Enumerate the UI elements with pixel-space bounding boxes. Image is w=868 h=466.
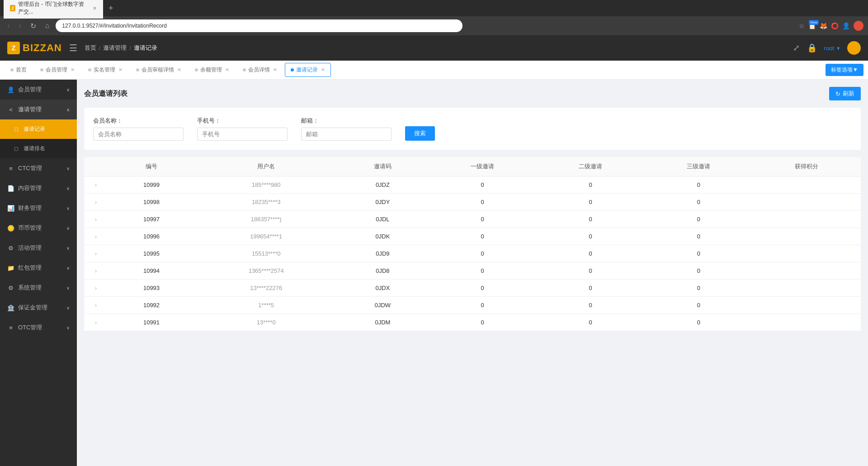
expand-row-btn[interactable]: › (91, 319, 100, 326)
tab-member-detail[interactable]: 会员详情 ✕ (237, 63, 283, 77)
expand-row-btn[interactable]: › (91, 199, 100, 205)
tab-balance[interactable]: 余额管理 ✕ (189, 63, 235, 77)
reload-button[interactable]: ↻ (28, 21, 39, 31)
sidebar-otc-label: OTC管理 (18, 323, 42, 332)
sidebar-item-system[interactable]: ⚙ 系统管理 ∨ (0, 278, 77, 298)
user-info[interactable]: root ▾ (824, 45, 840, 52)
tab-member[interactable]: 会员管理 ✕ (34, 63, 80, 77)
phone-input[interactable] (197, 128, 288, 141)
tab-balance-close[interactable]: ✕ (225, 67, 229, 73)
tab-review-detail[interactable]: 会员审核详情 ✕ (130, 63, 187, 77)
tab-close-btn[interactable]: ✕ (93, 5, 97, 11)
sidebar: 👤 会员管理 ∨ < 邀请管理 ∧ □ 邀请记录 □ 邀请排名 ≡ (0, 80, 77, 466)
table-row: › 10996 199654****1 0JDK 0 0 0 (84, 228, 861, 245)
home-button[interactable]: ⌂ (42, 21, 52, 31)
sidebar-activity-label: 活动管理 (18, 244, 42, 252)
lock-icon[interactable]: 🔒 (807, 43, 817, 53)
tab-invitation-record[interactable]: 邀请记录 ✕ (285, 63, 331, 77)
sidebar-item-otc[interactable]: ≡ OTC管理 ∨ (0, 318, 77, 338)
sidebar-system-label: 系统管理 (18, 284, 42, 292)
extension-icon1[interactable]: 📋 New (808, 22, 816, 29)
browser-user-avatar[interactable] (854, 21, 863, 31)
search-button[interactable]: 搜索 (405, 126, 435, 141)
sidebar-item-finance[interactable]: 📊 财务管理 ∨ (0, 198, 77, 218)
bookmark-icon[interactable]: ☆ (799, 22, 805, 29)
sidebar-deposit-label: 保证金管理 (18, 304, 47, 312)
sidebar-item-content[interactable]: 📄 内容管理 ∨ (0, 178, 77, 198)
back-button[interactable]: ‹ (5, 21, 12, 31)
cell-invite-code: 0JDK (337, 228, 428, 245)
expand-row-btn[interactable]: › (91, 233, 100, 240)
cell-points (753, 211, 861, 228)
sidebar-item-coin[interactable]: 🪙 币币管理 ∨ (0, 218, 77, 238)
sidebar-item-redpack[interactable]: 📁 红包管理 ∨ (0, 258, 77, 278)
sidebar-item-invitation-rank[interactable]: □ 邀请排名 (0, 139, 77, 158)
sidebar-item-ctc[interactable]: ≡ CTC管理 ∨ (0, 158, 77, 178)
cell-level3: 0 (645, 228, 753, 245)
chevron-deposit-icon: ∨ (66, 305, 70, 310)
cell-level1: 0 (428, 194, 536, 211)
tab-dot (40, 68, 43, 71)
sidebar-finance-label: 财务管理 (18, 204, 42, 212)
breadcrumb-invitation[interactable]: 邀请管理 (103, 44, 127, 52)
table-wrapper: 编号 用户名 邀请码 一级邀请 二级邀请 三级邀请 获得积分 › 10999 (84, 157, 861, 331)
sidebar-item-activity[interactable]: ⚙ 活动管理 ∨ (0, 238, 77, 258)
tag-select-button[interactable]: 标签选项▼ (826, 64, 863, 76)
table-row: › 10991 13****0 0JDM 0 0 0 (84, 314, 861, 331)
new-tab-button[interactable]: + (107, 4, 115, 13)
member-name-input[interactable] (93, 128, 184, 141)
record-icon: □ (13, 126, 20, 133)
expand-cell: › (84, 245, 108, 262)
refresh-label: 刷新 (843, 90, 854, 98)
email-input[interactable] (301, 128, 392, 141)
cell-level1: 0 (428, 228, 536, 245)
breadcrumb-home[interactable]: 首页 (85, 44, 96, 52)
expand-row-btn[interactable]: › (91, 216, 100, 223)
extension-icon3[interactable]: ⭕ (831, 22, 839, 29)
tab-invitation-label: 邀请记录 (296, 66, 318, 74)
tab-home[interactable]: 首页 (5, 63, 33, 77)
cell-level2: 0 (537, 297, 645, 314)
user-avatar[interactable] (847, 41, 861, 55)
extension-icon4[interactable]: 👤 (842, 22, 850, 29)
expand-row-btn[interactable]: › (91, 285, 100, 291)
sidebar-item-deposit[interactable]: 🏦 保证金管理 ∨ (0, 298, 77, 318)
cell-username: 18235****3 (195, 194, 337, 211)
member-name-label: 会员名称： (93, 117, 184, 125)
expand-row-btn[interactable]: › (91, 268, 100, 274)
cell-id: 10997 (108, 211, 195, 228)
fullscreen-icon[interactable]: ⤢ (793, 43, 800, 53)
tab-realname-close[interactable]: ✕ (118, 67, 123, 73)
col-points: 获得积分 (753, 157, 861, 176)
username-label: root (824, 45, 834, 52)
address-bar[interactable]: 127.0.0.1:9527/#/Invitation/InvitationRe… (56, 19, 462, 32)
expand-row-btn[interactable]: › (91, 182, 100, 188)
cell-invite-code: 0JD8 (337, 262, 428, 280)
table-row: › 10998 18235****3 0JDY 0 0 0 (84, 194, 861, 211)
tab-member-detail-close[interactable]: ✕ (273, 67, 277, 73)
menu-toggle-icon[interactable]: ☰ (69, 43, 77, 53)
chevron-content-icon: ∨ (66, 186, 70, 191)
tab-realname[interactable]: 实名管理 ✕ (82, 63, 128, 77)
tab-invitation-close[interactable]: ✕ (321, 67, 325, 73)
sidebar-ctc-label: CTC管理 (18, 164, 42, 172)
cell-level2: 0 (537, 245, 645, 262)
extension-icon2[interactable]: 🦊 (820, 22, 827, 29)
cell-level2: 0 (537, 176, 645, 194)
chevron-ctc-icon: ∨ (66, 166, 70, 171)
cell-invite-code: 0JDW (337, 297, 428, 314)
tab-member-close[interactable]: ✕ (71, 67, 75, 73)
expand-row-btn[interactable]: › (91, 251, 100, 257)
content-area: 会员邀请列表 ↻ 刷新 会员名称： 手机号： (77, 80, 868, 466)
forward-button[interactable]: › (16, 21, 24, 31)
sidebar-item-invitation[interactable]: < 邀请管理 ∧ (0, 100, 77, 119)
sidebar-item-invitation-record[interactable]: □ 邀请记录 (0, 119, 77, 139)
active-tab[interactable]: Z 管理后台 - 币门|全球数字资产交... ✕ (4, 0, 103, 19)
refresh-button[interactable]: ↻ 刷新 (829, 87, 861, 100)
expand-row-btn[interactable]: › (91, 302, 100, 309)
col-level1: 一级邀请 (428, 157, 536, 176)
tab-review-close[interactable]: ✕ (177, 67, 181, 73)
sidebar-item-member[interactable]: 👤 会员管理 ∨ (0, 80, 77, 100)
expand-cell: › (84, 176, 108, 194)
col-level3: 三级邀请 (645, 157, 753, 176)
